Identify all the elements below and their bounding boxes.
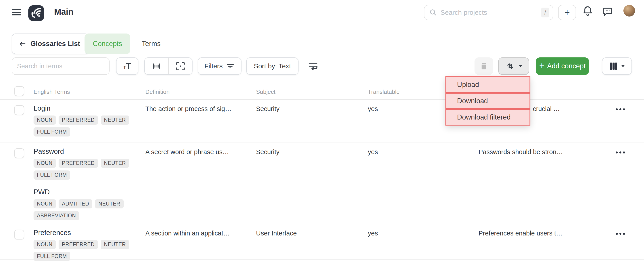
term-tag-badge: FULL FORM [34,252,70,261]
term-tag-badge: NEUTER [100,240,129,249]
cell-definition: A section within an applicat… [145,224,248,237]
row-checkbox[interactable] [14,230,24,240]
cell-translatable: yes [368,100,457,113]
term-tag-badge: NOUN [34,159,56,168]
row-actions-ellipsis-button[interactable] [613,147,628,158]
messages-chat-icon[interactable] [602,6,613,17]
search-shortcut-badge: / [541,7,549,17]
table-body: LoginNOUNPREFERREDNEUTERFULL FORMThe act… [0,100,644,260]
cell-definition: The action or process of sig… [145,100,248,113]
toggle-row-wrap-button[interactable] [306,57,320,75]
search-terms-input[interactable] [17,62,104,70]
import-export-dropdown-button[interactable] [498,57,529,75]
back-arrow-icon [19,40,26,47]
menu-item-upload[interactable]: Upload [446,76,530,93]
row-actions-ellipsis-button[interactable] [613,228,628,239]
wrap-lines-icon [307,60,319,72]
row-checkbox[interactable] [14,148,24,158]
columns-settings-button[interactable] [602,57,632,75]
search-mode-group [144,57,192,75]
cell-definition: A secret word or phrase us… [145,143,248,156]
export-menu: UploadDownloadDownload filtered [446,76,530,126]
table-header: English Terms Definition Subject Transla… [0,85,644,100]
cell-english-terms: LoginNOUNPREFERREDNEUTERFULL FORM [34,100,139,136]
exact-match-icon [175,61,186,71]
term-name: PWD [34,188,139,196]
chevron-down-icon [621,65,625,67]
notifications-bell-icon[interactable] [582,5,594,17]
cell-english-terms: PreferencesNOUNPREFERREDNEUTERFULL FORM [34,224,139,261]
term-tag-badge: NEUTER [100,115,129,125]
term-tag-badge: NOUN [34,115,56,125]
cell-note: Passwords should be stron… [478,143,606,156]
search-projects-field[interactable]: / [424,5,553,20]
term-tag-badge: PREFERRED [58,240,98,249]
cell-subject: User Interface [256,224,359,237]
term-tag-badge: NOUN [34,199,56,208]
sort-by-button[interactable]: Sort by: Text [246,57,298,75]
chevron-down-icon [519,65,522,67]
back-to-glossaries-button[interactable]: Glossaries List [12,33,89,54]
term-tag-badge: ABBREVIATION [34,211,79,220]
search-projects-input[interactable] [440,9,541,16]
column-header-subject: Subject [256,88,276,95]
match-case-button[interactable]: тT [116,57,138,75]
table-row: PasswordNOUNPREFERREDNEUTERFULL FORMPWDN… [0,143,644,224]
search-icon [429,8,438,17]
term-tag-badge: FULL FORM [34,127,70,136]
cell-translatable: yes [368,143,457,156]
term-name: Preferences [34,229,139,237]
filters-button[interactable]: Filters [198,57,242,75]
plus-icon: + [539,61,544,71]
row-checkbox[interactable] [14,105,24,115]
table-row: LoginNOUNPREFERREDNEUTERFULL FORMThe act… [0,100,644,143]
tab-concepts[interactable]: Concepts [84,33,130,54]
column-header-english-terms: English Terms [34,88,70,95]
cell-english-terms: PasswordNOUNPREFERREDNEUTERFULL FORMPWDN… [34,143,139,220]
exact-match-button[interactable] [168,58,192,74]
cell-subject: Security [256,143,359,156]
page-title: Main [54,7,74,17]
column-header-translatable: Translatable [368,88,400,95]
delete-button-disabled[interactable] [474,57,493,75]
hamburger-menu-icon[interactable] [12,9,21,16]
cell-translatable: yes [368,224,457,237]
search-terms-field[interactable] [12,57,110,75]
term-tags: NOUNPREFERREDNEUTERFULL FORM [34,115,139,136]
term-tag-badge: NEUTER [100,159,129,168]
term-name: Password [34,147,139,155]
term-tag-badge: NOUN [34,240,56,249]
menu-item-download[interactable]: Download [446,93,530,109]
column-header-definition: Definition [145,88,170,95]
term-tag-badge: ADMITTED [58,199,92,208]
tab-terms[interactable]: Terms [138,33,164,54]
columns-icon [609,62,618,71]
filter-icon [226,62,235,71]
row-actions-ellipsis-button[interactable] [613,104,628,115]
match-case-icon: тT [124,62,131,70]
whole-phrase-icon [152,61,162,71]
term-tags: NOUNADMITTEDNEUTERABBREVIATION [34,199,139,220]
trash-icon [479,61,489,71]
cell-note: Preferences enable users t… [478,224,606,237]
term-block: PWDNOUNADMITTEDNEUTERABBREVIATION [34,188,139,220]
term-tags: NOUNPREFERREDNEUTERFULL FORM [34,240,139,261]
term-tags: NOUNPREFERREDNEUTERFULL FORM [34,159,139,180]
term-block: PreferencesNOUNPREFERREDNEUTERFULL FORM [34,229,139,261]
term-tag-badge: PREFERRED [58,115,98,125]
term-tag-badge: FULL FORM [34,170,70,180]
term-tag-badge: NEUTER [95,199,124,208]
term-name: Login [34,104,139,112]
term-block: LoginNOUNPREFERREDNEUTERFULL FORM [34,104,139,136]
app-logo[interactable] [28,5,44,21]
match-whole-phrase-button[interactable] [145,58,168,74]
app-header: Main / + [0,0,644,25]
table-row: PreferencesNOUNPREFERREDNEUTERFULL FORMA… [0,224,644,260]
add-concept-button[interactable]: + Add concept [536,57,589,75]
user-avatar[interactable] [624,5,635,16]
cell-subject: Security [256,100,359,113]
menu-item-download-filtered[interactable]: Download filtered [446,109,530,126]
select-all-checkbox[interactable] [14,86,24,96]
up-down-arrows-icon [505,61,516,71]
create-project-button[interactable]: + [558,5,576,20]
